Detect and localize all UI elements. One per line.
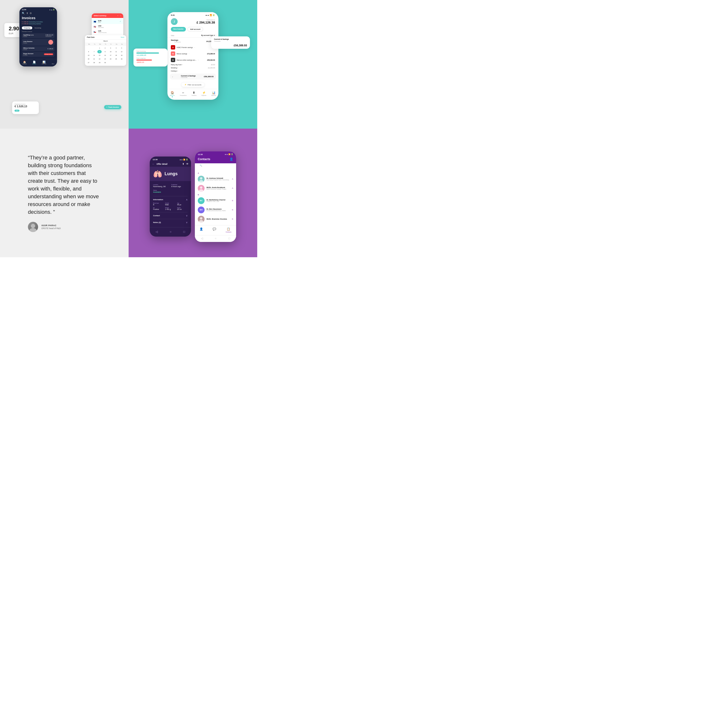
search-contacts[interactable]: 🔍 Search for contact	[197, 163, 234, 168]
nav-people[interactable]: 👤	[199, 227, 203, 233]
holidays-item[interactable]: Holidays ›	[167, 69, 219, 73]
bottom-nav: 🏠 Balances ↔ Transactions ⬆ Transfers ⚡ …	[167, 89, 219, 100]
contact-section[interactable]: Contact ∨	[153, 214, 188, 217]
notes-section[interactable]: Notes (2) ∨	[153, 221, 188, 224]
contact-dr-andreas[interactable]: Dr. Andreas Schmidt Nuernberg Hospital N…	[195, 174, 236, 184]
author-title: ERSTE head of R&D	[41, 227, 61, 229]
banking-quadrant: Total incoming +£1,898.45 Total outgoing…	[128, 0, 257, 128]
search-icon: 🔍	[200, 165, 202, 167]
banking-phone: 9:41 ▲▲ 📶 🔋 J Total balance £ 294,126.38…	[167, 12, 219, 100]
nav-back-arrow[interactable]: ◁	[156, 229, 158, 234]
totals-card: Total incoming +£1,898.45 Total outgoing…	[133, 49, 167, 66]
list-item: Wilson Schleifer Invoice € 148,00	[22, 46, 55, 51]
avatar-dr-ben: BH	[198, 206, 205, 213]
settings-icon[interactable]: ⚙	[30, 12, 32, 15]
tab-incoming[interactable]: Incoming	[33, 26, 43, 29]
list-item: Livia Stanton Invoice	[22, 39, 55, 46]
savings-group-card: Current & Savings 4 accounts £56,389.93	[211, 37, 250, 49]
new-transfer-button[interactable]: New transfer	[171, 27, 186, 32]
search-icon[interactable]: 🔍	[22, 12, 25, 15]
currency-czk[interactable]: 🇨🇿 CZK Czech Koruna	[92, 29, 123, 34]
current-savings-group[interactable]: › Current & Savings 4 accounts £56,389.9…	[170, 73, 216, 80]
svg-point-7	[199, 220, 203, 223]
share-icon[interactable]: ⬆	[182, 162, 184, 165]
offer-detail-phone: 12:30 ▲▲ 📶 🔋 ← Offer detail ⬆ 👁 🫁 Lungs	[150, 156, 191, 237]
nav-contacts[interactable]: 📋 Contacts	[226, 227, 231, 233]
nav-transactions[interactable]: ↔ Transactions	[180, 91, 187, 97]
add-account-button[interactable]: Add account	[187, 27, 203, 32]
nav-organise[interactable]: ⚡ Organise	[202, 91, 206, 97]
invoices-quadrant: 2.905,31 EUR 11:54 ▲ ☁ 🔋 🔍 ⬆ ⚙ Invo	[0, 0, 128, 128]
svg-point-3	[199, 180, 203, 182]
avatar-mudr-branislav	[198, 216, 205, 223]
svg-point-2	[200, 177, 202, 180]
share-icon[interactable]: ⬆	[26, 12, 28, 15]
list-item: Applifting s.r.o. Invoice CA$ 111,00 15/…	[22, 33, 55, 38]
author-avatar	[28, 222, 38, 232]
back-button[interactable]: ←	[152, 162, 154, 165]
currency-usd[interactable]: 🇺🇸 USD US Dollar	[92, 24, 123, 29]
nav-chat[interactable]: 💬	[213, 227, 216, 233]
contact-dr-ben[interactable]: BH Dr. Ben Hausmann Bundeswehrkrankenhau…	[195, 205, 236, 214]
lungs-icon: 🫁	[153, 170, 162, 178]
marcus-account[interactable]: M Marcus online savings acc... › £56,384…	[167, 57, 219, 63]
invoices-title: Invoices	[22, 16, 55, 20]
footer-more[interactable]: ⋯ More	[52, 61, 54, 64]
nav-optimise[interactable]: 📊 Optimise	[211, 91, 216, 97]
section-title: Overdue invoices	[22, 31, 55, 32]
outgoing-invoice-card: Outgoing Invoice € 1.520,13 Sent	[12, 101, 39, 114]
footer-overview[interactable]: 🏠 Overview	[22, 61, 27, 64]
medical-quadrant: 12:30 ▲▲ 📶 🔋 ← Offer detail ⬆ 👁 🫁 Lungs	[128, 128, 257, 257]
nav-recents-square[interactable]: □	[183, 229, 185, 234]
testimonial-quadrant: “They’re a good partner, building strong…	[0, 128, 128, 257]
avatar-mudr-aneta	[198, 185, 205, 192]
svg-point-6	[200, 217, 202, 220]
filter-accounts-button[interactable]: ⚡ Filter out accounts	[182, 83, 204, 87]
android-home[interactable]: ○	[215, 237, 216, 240]
wedding-item[interactable]: Wedding › £2,200.00	[167, 66, 219, 69]
monzo-account[interactable]: M Monzo savings › £72,389.44	[167, 50, 219, 57]
contact-mudr-aneta[interactable]: MUDr. Aneta Nováková Motol University Ho…	[195, 184, 236, 193]
author-name: IGOR PARAC	[41, 224, 61, 226]
user-avatar: J	[171, 18, 177, 25]
contacts-bottom-nav: 👤 💬 📋 Contacts	[195, 225, 236, 235]
contacts-phone: 12:30 ▲▲ 📶 🔋 Contacts 👤 🔍 Search for con…	[195, 151, 236, 242]
contact-dr-barthelemy[interactable]: BC Dr. Barthélemy Charrier Hospices Civi…	[195, 196, 236, 205]
svg-point-1	[29, 228, 37, 232]
track-invoice-button[interactable]: + Track Invoice	[104, 105, 121, 109]
hsbc-account[interactable]: H HSBC Premier savings ›	[167, 44, 219, 50]
contact-mudr-branislav[interactable]: MUDr. Branislav Grundza B	[195, 214, 236, 224]
footer-cashflow[interactable]: 📊 Cash flow	[41, 61, 46, 64]
svg-point-5	[199, 189, 203, 192]
list-item: Roger Dorwart € 25,00 30 days overdue	[22, 52, 55, 57]
currency-eur[interactable]: 🇪🇺 EUR Euro ✓	[92, 19, 123, 24]
paid-date-panel: Paid Date Next March Mo Tu We Th Fr Sa S…	[85, 35, 126, 66]
nav-balances[interactable]: 🏠 Balances	[170, 91, 175, 97]
svg-point-0	[31, 224, 35, 228]
svg-point-4	[200, 187, 202, 189]
avatar-dr-barthelemy: BC	[198, 197, 205, 204]
invoice-phone: 11:54 ▲ ☁ 🔋 🔍 ⬆ ⚙ Invoices € 1.690,00 Ou…	[20, 7, 57, 66]
nav-transfers[interactable]: ⬆ Transfers	[191, 91, 197, 97]
avatar-dr-andreas	[198, 176, 205, 182]
quote-text: “They’re a good partner, building strong…	[28, 154, 101, 216]
footer-invoices[interactable]: 📄 Invoices	[32, 61, 36, 64]
rainy-day-item[interactable]: Rainy day fund › £0.00	[167, 63, 219, 66]
tab-outgoing[interactable]: Outgoing	[22, 26, 32, 29]
android-back[interactable]: ◁	[201, 237, 203, 240]
nav-home-circle[interactable]: ○	[170, 229, 171, 234]
eye-icon[interactable]: 👁	[186, 162, 188, 165]
add-contact-icon[interactable]: 👤	[229, 158, 233, 161]
android-recents[interactable]: □	[229, 237, 230, 240]
information-section[interactable]: Information ∧	[153, 198, 188, 201]
